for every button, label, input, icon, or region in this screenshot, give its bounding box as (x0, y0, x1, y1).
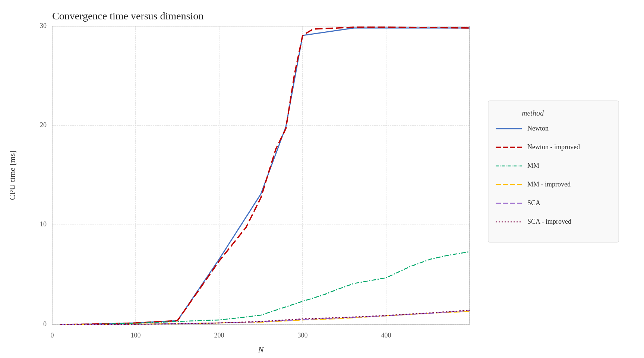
chart-container: Convergence time versus dimension 0 10 2… (0, 0, 644, 358)
x-tick-300: 300 (298, 332, 308, 339)
legend-newton-label: Newton (527, 125, 549, 132)
y-tick-10: 10 (40, 220, 47, 228)
plot-border (52, 26, 470, 324)
x-axis-label: N (258, 345, 264, 354)
mm-line (60, 252, 470, 324)
newton-improved-line (60, 27, 470, 324)
legend-mm-label: MM (527, 162, 539, 169)
x-tick-0: 0 (51, 332, 54, 339)
chart-title: Convergence time versus dimension (52, 10, 203, 22)
sca-improved-line (60, 310, 470, 324)
legend-newton-improved-label: Newton - improved (527, 143, 580, 151)
main-chart: Convergence time versus dimension 0 10 2… (0, 0, 644, 358)
mm-improved-line (60, 311, 470, 324)
sca-line (60, 311, 470, 324)
legend-title: method (522, 109, 544, 117)
legend-sca-label: SCA (527, 199, 540, 207)
x-tick-200: 200 (214, 332, 224, 339)
x-tick-400: 400 (381, 332, 391, 339)
x-tick-100: 100 (131, 332, 141, 339)
y-tick-20: 20 (40, 121, 47, 129)
newton-line (60, 28, 470, 324)
y-tick-0: 0 (43, 320, 47, 328)
legend-mm-improved-label: MM - improved (527, 180, 571, 188)
y-axis-label: CPU time [ms] (7, 150, 17, 200)
y-tick-30: 30 (40, 22, 47, 29)
legend-sca-improved-label: SCA - improved (527, 218, 571, 225)
